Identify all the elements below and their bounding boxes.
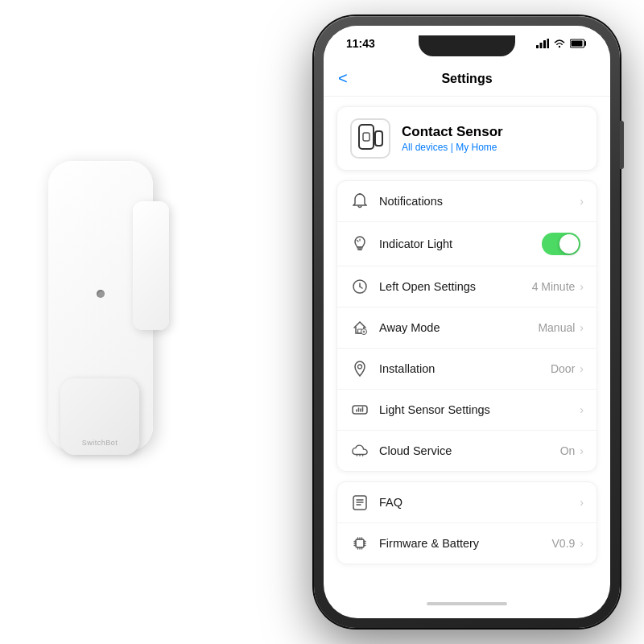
home-icon <box>350 318 369 337</box>
cloud-service-value: On <box>560 444 576 457</box>
wifi-icon <box>553 39 566 48</box>
bell-icon <box>350 192 369 211</box>
nav-bar: < Settings <box>324 61 610 97</box>
installation-chevron: › <box>580 362 584 375</box>
device-info: Contact Sensor All devices | My Home <box>402 124 503 153</box>
svg-rect-6 <box>572 41 583 47</box>
settings-item-notifications[interactable]: Notifications › <box>337 181 597 222</box>
device-small-piece <box>133 201 169 330</box>
nav-title: Settings <box>441 72 492 86</box>
cloud-service-chevron: › <box>580 444 584 457</box>
settings-item-faq[interactable]: FAQ › <box>337 482 597 523</box>
device-location-part2: My Home <box>456 142 497 153</box>
settings-item-left-open[interactable]: Left Open Settings 4 Minute › <box>337 266 597 308</box>
svg-line-17 <box>360 287 362 288</box>
indicator-light-toggle[interactable] <box>542 233 580 255</box>
phone-screen: 11:43 <box>324 26 610 618</box>
indicator-light-label: Indicator Light <box>379 237 542 250</box>
faq-label: FAQ <box>379 496 580 509</box>
svg-rect-3 <box>547 39 550 48</box>
device-location: All devices | My Home <box>402 142 503 153</box>
installation-label: Installation <box>379 362 551 375</box>
notifications-chevron: › <box>580 195 584 208</box>
svg-rect-1 <box>540 43 543 48</box>
svg-point-22 <box>358 365 362 369</box>
firmware-value: V0.9 <box>552 537 576 550</box>
home-indicator <box>427 602 507 605</box>
settings-item-indicator-light[interactable]: Indicator Light <box>337 222 597 266</box>
notifications-label: Notifications <box>379 195 580 208</box>
settings-group-1: Notifications › Indicator Lig <box>336 180 597 472</box>
device-name: Contact Sensor <box>402 124 503 140</box>
phone-notch <box>419 35 515 56</box>
phone-frame-container: 11:43 <box>314 16 620 628</box>
faq-icon <box>350 493 369 512</box>
settings-group-2: FAQ › <box>336 481 597 564</box>
sensor-icon <box>350 400 369 419</box>
svg-rect-8 <box>375 131 382 146</box>
installation-value: Door <box>551 362 575 375</box>
left-open-value: 4 Minute <box>532 280 576 293</box>
left-open-chevron: › <box>580 280 584 293</box>
svg-line-14 <box>357 241 359 242</box>
location-icon <box>350 359 369 378</box>
firmware-chevron: › <box>580 537 584 550</box>
signal-icon <box>536 39 549 48</box>
cloud-service-label: Cloud Service <box>379 444 560 457</box>
away-mode-chevron: › <box>580 321 584 334</box>
device-base: SwitchBot <box>60 378 139 455</box>
settings-item-cloud-service[interactable]: Cloud Service On › <box>337 431 597 471</box>
left-open-label: Left Open Settings <box>379 280 532 293</box>
faq-chevron: › <box>580 496 584 509</box>
clock-icon <box>350 277 369 296</box>
battery-icon <box>570 39 588 48</box>
contact-sensor-icon <box>357 123 383 154</box>
device-header-card: Contact Sensor All devices | My Home <box>336 106 597 171</box>
back-button[interactable]: < <box>338 69 348 88</box>
settings-item-installation[interactable]: Installation Door › <box>337 349 597 390</box>
status-time: 11:43 <box>346 37 375 50</box>
away-mode-value: Manual <box>538 321 575 334</box>
svg-rect-9 <box>363 133 369 141</box>
settings-item-firmware[interactable]: Firmware & Battery V0.9 › <box>337 523 597 564</box>
cloud-icon <box>350 441 369 460</box>
device-icon-container <box>350 118 390 159</box>
svg-rect-7 <box>359 125 374 149</box>
light-sensor-chevron: › <box>580 403 584 416</box>
device-brand-text: SwitchBot <box>82 439 118 447</box>
firmware-label: Firmware & Battery <box>379 537 552 550</box>
device-sensor-dot <box>97 290 105 298</box>
svg-rect-0 <box>536 45 539 48</box>
chip-icon <box>350 534 369 553</box>
settings-item-away-mode[interactable]: Away Mode Manual › <box>337 308 597 349</box>
settings-item-light-sensor[interactable]: Light Sensor Settings › <box>337 390 597 431</box>
svg-point-10 <box>359 193 361 195</box>
status-icons <box>536 39 588 48</box>
phone-outer-frame: 11:43 <box>314 16 620 628</box>
svg-rect-32 <box>356 539 364 547</box>
light-sensor-label: Light Sensor Settings <box>379 403 580 416</box>
svg-rect-2 <box>543 40 546 48</box>
physical-device: SwitchBot <box>48 161 185 499</box>
bulb-icon <box>350 234 369 254</box>
away-mode-label: Away Mode <box>379 321 538 334</box>
svg-point-4 <box>559 46 560 47</box>
svg-rect-23 <box>353 406 367 414</box>
device-location-part1: All devices <box>402 142 448 153</box>
svg-rect-12 <box>358 249 362 250</box>
